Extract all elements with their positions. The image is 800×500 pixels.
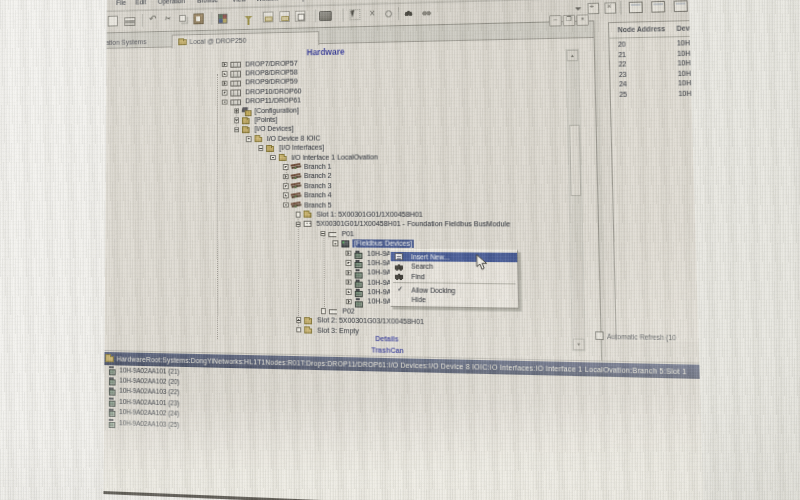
- mdi-button[interactable]: ❐: [563, 15, 576, 27]
- toolbar-button[interactable]: [192, 12, 204, 25]
- expander-icon[interactable]: [246, 136, 251, 142]
- tree-node-label[interactable]: [I/O Devices]: [253, 125, 296, 133]
- expander-icon[interactable]: [345, 260, 351, 266]
- tree-node-label[interactable]: [Configuration]: [253, 106, 301, 115]
- tree-node-label[interactable]: [I/O Interfaces]: [277, 144, 326, 152]
- expander-icon[interactable]: [222, 71, 227, 77]
- expander-icon[interactable]: [321, 308, 327, 314]
- expander-icon[interactable]: [234, 127, 239, 133]
- tree-node-label[interactable]: 5X00301G01/1X00458H01 - Foundation Field…: [315, 220, 513, 229]
- tree-node-icon: [242, 107, 250, 115]
- menu-item[interactable]: File: [116, 0, 126, 6]
- expander-icon[interactable]: [283, 193, 288, 199]
- tree-node-label[interactable]: Branch 4: [302, 191, 334, 199]
- toolbar-icon: [148, 16, 156, 25]
- toolbar-button[interactable]: [603, 1, 617, 15]
- toolbar-button[interactable]: [402, 7, 415, 20]
- tree-node-label[interactable]: [Fieldbus Devices]: [352, 239, 414, 248]
- toolbar-icon: [164, 15, 172, 24]
- tree-node-label[interactable]: Slot 1: 5X00301G01/1X00458H01: [314, 211, 424, 219]
- expander-icon[interactable]: [296, 317, 301, 323]
- details-link[interactable]: Details: [375, 335, 398, 343]
- menu-item[interactable]: Edit: [135, 0, 146, 5]
- expander-icon[interactable]: [222, 80, 227, 86]
- expander-icon[interactable]: [234, 118, 239, 124]
- toolbar-button[interactable]: [319, 9, 332, 22]
- tree-node-icon: [329, 309, 337, 314]
- toolbar-button[interactable]: [629, 0, 643, 14]
- tree-row[interactable]: Branch 5: [105, 200, 582, 210]
- expander-icon[interactable]: [283, 174, 288, 180]
- expander-icon[interactable]: [283, 183, 288, 189]
- column-header-device[interactable]: Device: [676, 24, 699, 32]
- toolbar-button[interactable]: [177, 13, 189, 26]
- toolbar-button[interactable]: [420, 6, 433, 19]
- tree-node-label[interactable]: Branch 5: [302, 201, 334, 209]
- expander-icon[interactable]: [234, 108, 239, 114]
- menu-item[interactable]: Help: [293, 0, 306, 1]
- toolbar-button[interactable]: [123, 14, 135, 27]
- expander-icon[interactable]: [346, 270, 352, 276]
- expander-icon[interactable]: [283, 164, 288, 170]
- mdi-button[interactable]: ×: [576, 14, 589, 26]
- tree-node-label[interactable]: Slot 3: Empty: [315, 326, 361, 335]
- tree-node-label[interactable]: I/O Interface 1 LocalOvation: [289, 153, 379, 162]
- expander-icon[interactable]: [270, 155, 275, 161]
- expander-icon[interactable]: [346, 289, 352, 295]
- toolbar-button[interactable]: [651, 0, 665, 14]
- expander-icon[interactable]: [295, 221, 300, 227]
- context-menu-label: Find: [411, 273, 425, 280]
- tree-node-label[interactable]: DROP11/DROP61: [243, 97, 303, 106]
- toolbar-button[interactable]: [216, 12, 228, 25]
- toolbar-button[interactable]: [162, 13, 174, 26]
- auto-refresh-checkbox[interactable]: [595, 331, 604, 340]
- expander-icon[interactable]: [346, 279, 352, 285]
- tree-node-label[interactable]: DROP7/DROP57: [243, 59, 299, 68]
- menu-item[interactable]: Browse: [197, 0, 218, 4]
- expander-icon[interactable]: [320, 231, 325, 237]
- toolbar-button[interactable]: [242, 11, 254, 24]
- toolbar-button[interactable]: [262, 10, 275, 23]
- toolbar-button[interactable]: [294, 10, 307, 23]
- expander-icon[interactable]: [346, 299, 352, 305]
- toolbar-button[interactable]: [366, 8, 379, 21]
- tree-node-label[interactable]: Branch 3: [302, 182, 334, 190]
- expander-icon[interactable]: [295, 212, 300, 218]
- tree-node-label[interactable]: P02: [340, 307, 357, 316]
- menu-item[interactable]: Operation: [158, 0, 185, 5]
- tree-node-label[interactable]: I/O Device 8 IOIC: [265, 134, 323, 143]
- expander-icon[interactable]: [222, 90, 227, 96]
- column-header-node-address[interactable]: Node Address: [618, 25, 666, 33]
- menu-item[interactable]: View: [232, 0, 246, 3]
- toolbar-button[interactable]: [382, 7, 395, 20]
- toolbar-button[interactable]: [348, 8, 361, 21]
- scrollbar-thumb[interactable]: [569, 125, 581, 196]
- scroll-up-icon[interactable]: ▲: [566, 50, 578, 62]
- tree-node-label[interactable]: Branch 1: [302, 163, 334, 171]
- toolbar-button[interactable]: [278, 10, 291, 23]
- context-menu-item[interactable]: Hide: [391, 294, 518, 306]
- expander-icon[interactable]: [296, 327, 301, 333]
- toolbar-button[interactable]: [674, 0, 688, 13]
- scroll-down-icon[interactable]: ▼: [573, 338, 585, 350]
- expander-icon[interactable]: [222, 62, 227, 68]
- expander-icon[interactable]: [258, 146, 263, 152]
- tree-node-label[interactable]: DROP10/DROP60: [243, 87, 303, 96]
- toolbar-button[interactable]: [107, 15, 119, 28]
- tree-node-label[interactable]: DROP9/DROP59: [243, 78, 299, 87]
- table-row[interactable]: 25 10H-9A02AA103: [611, 89, 704, 101]
- tree-node-label[interactable]: [Points]: [253, 116, 280, 124]
- tree-node-icon: [291, 163, 299, 170]
- tree-row[interactable]: Branch 4: [106, 190, 583, 200]
- expander-icon[interactable]: [333, 241, 339, 247]
- tree-node-label[interactable]: P01: [340, 230, 356, 238]
- toolbar-button[interactable]: [147, 14, 159, 27]
- menu-item[interactable]: Window: [256, 0, 279, 2]
- trashcan-link[interactable]: TrashCan: [371, 346, 403, 354]
- expander-icon[interactable]: [222, 99, 227, 105]
- expander-icon[interactable]: [283, 202, 288, 208]
- tree-node-label[interactable]: DROP8/DROP58: [243, 69, 299, 78]
- tree-node-label[interactable]: Branch 2: [302, 172, 334, 180]
- expander-icon[interactable]: [345, 250, 351, 256]
- mdi-button[interactable]: –: [549, 15, 562, 27]
